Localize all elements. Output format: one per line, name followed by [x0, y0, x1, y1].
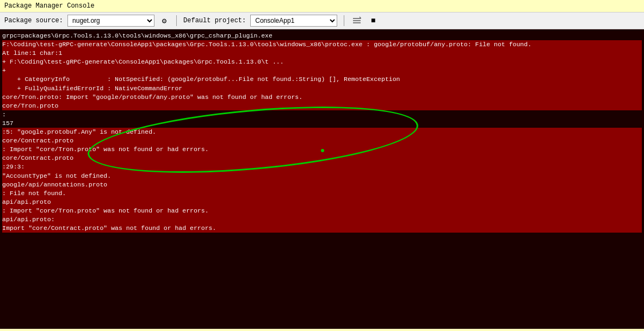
console-line: core/Contract.proto: [2, 154, 642, 163]
console-line: grpc=packages\Grpc.Tools.1.13.0\tools\wi…: [2, 32, 642, 40]
console-line: core/Tron.proto: Import "google/protobuf…: [2, 93, 642, 102]
window-title: Package Manager Console: [4, 2, 95, 10]
toolbar-separator: [176, 15, 177, 26]
gear-button[interactable]: ⚙: [159, 15, 170, 26]
console-line: + CategoryInfo : NotSpecified: (google/p…: [2, 75, 642, 84]
console-line: google/api/annotations.proto: [2, 180, 642, 189]
console-line: At line:1 char:1: [2, 49, 642, 58]
console-line: core/Tron.proto: [2, 102, 642, 110]
console-line: api/api.proto: [2, 198, 642, 207]
default-project-select[interactable]: ConsoleApp1: [250, 15, 337, 27]
default-project-label: Default project:: [183, 17, 246, 24]
console-line: : File not found.: [2, 189, 642, 198]
console-line: 157: [2, 119, 642, 128]
console-line: Import "core/Contract.proto" was not fou…: [2, 224, 642, 233]
title-bar: Package Manager Console: [0, 0, 644, 13]
console-line: core/Contract.proto: [2, 136, 642, 145]
console-line: :: [2, 110, 642, 119]
console-line: "AccountType" is not defined.: [2, 172, 642, 180]
stop-button[interactable]: ■: [367, 15, 379, 27]
console-line: : Import "core/Tron.proto" was not found…: [2, 207, 642, 215]
console-line: +: [2, 66, 642, 75]
package-source-label: Package source:: [4, 17, 63, 24]
lines-icon-button[interactable]: [351, 15, 363, 27]
console-line: F:\Coding\test-gRPC-generate\ConsoleApp1…: [2, 40, 642, 49]
green-dot: [321, 149, 324, 152]
console-line: api/api.proto:: [2, 215, 642, 224]
console-line: :5: "google.protobuf.Any" is not defined…: [2, 128, 642, 136]
toolbar: Package source: nuget.org ⚙ Default proj…: [0, 13, 644, 29]
console-line: :29:3:: [2, 163, 642, 171]
console-line: + FullyQualifiedErrorId : NativeCommandE…: [2, 84, 642, 93]
toolbar-separator-2: [344, 15, 344, 26]
console-line: + F:\Coding\test-gRPC-generate\ConsoleAp…: [2, 58, 642, 66]
console-area: grpc=packages\Grpc.Tools.1.13.0\tools\wi…: [0, 29, 644, 329]
package-source-select[interactable]: nuget.org: [67, 15, 154, 27]
